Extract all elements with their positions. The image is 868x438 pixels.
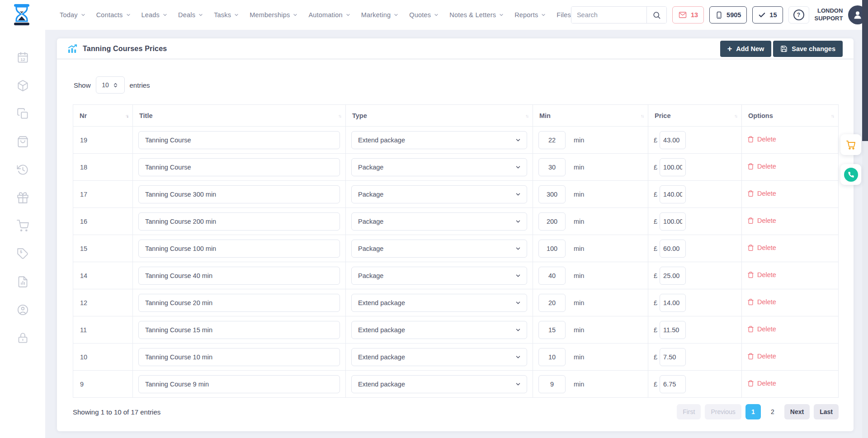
type-select[interactable]: Extend package: [351, 375, 527, 393]
delete-button[interactable]: Delete: [747, 136, 776, 143]
min-input[interactable]: [538, 321, 566, 339]
column-header-type[interactable]: Type↑↓: [346, 105, 533, 127]
type-select[interactable]: Package: [351, 267, 527, 285]
title-input[interactable]: [138, 348, 340, 366]
type-select[interactable]: Extend package: [351, 131, 527, 149]
nav-item-files[interactable]: Files: [557, 11, 571, 19]
report-icon[interactable]: [17, 276, 29, 288]
title-input[interactable]: [138, 267, 340, 285]
min-input[interactable]: [538, 158, 566, 176]
price-input[interactable]: [660, 348, 686, 366]
price-input[interactable]: [660, 375, 686, 393]
type-select[interactable]: Package: [351, 185, 527, 203]
price-input[interactable]: [660, 158, 686, 176]
search-input[interactable]: [571, 7, 646, 23]
price-input[interactable]: [660, 185, 686, 203]
column-header-nr[interactable]: Nr↑↓: [73, 105, 133, 127]
title-input[interactable]: [138, 212, 340, 231]
nav-item-tasks[interactable]: Tasks: [214, 11, 239, 19]
pagination-last[interactable]: Last: [814, 404, 839, 419]
nav-item-contacts[interactable]: Contacts: [96, 11, 131, 19]
delete-button[interactable]: Delete: [747, 190, 776, 197]
min-input[interactable]: [538, 348, 566, 366]
type-select[interactable]: Extend package: [351, 294, 527, 312]
title-input[interactable]: [138, 131, 340, 149]
delete-button[interactable]: Delete: [747, 244, 776, 251]
title-input[interactable]: [138, 321, 340, 339]
save-changes-button[interactable]: Save changes: [773, 41, 843, 57]
price-input[interactable]: [660, 240, 686, 258]
type-select[interactable]: Package: [351, 240, 527, 258]
sort-icon: ↑↓: [525, 113, 528, 118]
title-input[interactable]: [138, 158, 340, 176]
account-icon[interactable]: [17, 304, 29, 316]
copy-icon[interactable]: [17, 108, 29, 120]
search-button[interactable]: [646, 7, 666, 23]
title-input[interactable]: [138, 375, 340, 393]
min-input[interactable]: [538, 212, 566, 231]
delete-button[interactable]: Delete: [747, 271, 776, 278]
search-box: [571, 6, 667, 24]
scrollbar-thumb[interactable]: [862, 0, 868, 141]
title-input[interactable]: [138, 185, 340, 203]
nav-item-memberships[interactable]: Memberships: [250, 11, 298, 19]
min-input[interactable]: [538, 240, 566, 258]
table-row: 16 Package min £ Delete: [73, 208, 839, 235]
badge-phone-button[interactable]: 5905: [709, 6, 747, 24]
delete-button[interactable]: Delete: [747, 217, 776, 224]
nav-item-quotes[interactable]: Quotes: [409, 11, 439, 19]
nav-item-today[interactable]: Today: [60, 11, 86, 19]
price-tag-icon[interactable]: $: [17, 248, 29, 260]
price-input[interactable]: [660, 267, 686, 285]
delete-button[interactable]: Delete: [747, 380, 776, 387]
badge-check-button[interactable]: 15: [752, 6, 783, 24]
type-select[interactable]: Package: [351, 158, 527, 176]
calendar-12-icon[interactable]: 12: [17, 52, 29, 64]
cube-icon[interactable]: [17, 80, 29, 92]
column-header-title[interactable]: Title↑↓: [133, 105, 346, 127]
history-icon[interactable]: [17, 164, 29, 176]
bag-icon[interactable]: [17, 136, 29, 148]
min-input[interactable]: [538, 267, 566, 285]
nav-item-marketing[interactable]: Marketing: [361, 11, 399, 19]
type-select[interactable]: Extend package: [351, 348, 527, 366]
min-input[interactable]: [538, 185, 566, 203]
type-select[interactable]: Extend package: [351, 321, 527, 339]
delete-button[interactable]: Delete: [747, 325, 776, 333]
floating-phone-button[interactable]: [840, 164, 861, 185]
pagination-next[interactable]: Next: [784, 404, 810, 419]
delete-button[interactable]: Delete: [747, 353, 776, 360]
add-new-button[interactable]: + Add New: [720, 41, 772, 57]
app-logo-hourglass-icon[interactable]: [12, 4, 32, 26]
pagination-page-2[interactable]: 2: [765, 404, 780, 419]
price-input[interactable]: [660, 212, 686, 231]
pagination-page-1[interactable]: 1: [745, 404, 761, 419]
nav-item-notes-letters[interactable]: Notes & Letters: [449, 11, 504, 19]
delete-button[interactable]: Delete: [747, 163, 776, 170]
nav-item-leads[interactable]: Leads: [142, 11, 168, 19]
title-input[interactable]: [138, 240, 340, 258]
column-header-min[interactable]: Min↑↓: [533, 105, 648, 127]
min-input[interactable]: [538, 131, 566, 149]
column-header-price[interactable]: Price↑↓: [648, 105, 742, 127]
min-input[interactable]: [538, 294, 566, 312]
gift-icon[interactable]: [17, 192, 29, 204]
price-input[interactable]: [660, 294, 686, 312]
min-input[interactable]: [538, 375, 566, 393]
lock-icon[interactable]: [17, 332, 29, 344]
nav-item-automation[interactable]: Automation: [308, 11, 350, 19]
type-select[interactable]: Package: [351, 212, 527, 231]
title-input[interactable]: [138, 294, 340, 312]
page-size-select[interactable]: 10: [96, 76, 125, 94]
badge-envelope-button[interactable]: 13: [672, 6, 704, 24]
price-input[interactable]: [660, 131, 686, 149]
help-button[interactable]: ?: [788, 6, 809, 24]
cart-icon[interactable]: [17, 220, 29, 232]
nr-cell: 19: [73, 127, 133, 154]
column-header-options[interactable]: Options↑↓: [742, 105, 839, 127]
floating-cart-button[interactable]: [840, 134, 861, 155]
price-input[interactable]: [660, 321, 686, 339]
nav-item-deals[interactable]: Deals: [178, 11, 203, 19]
delete-button[interactable]: Delete: [747, 298, 776, 306]
nav-item-reports[interactable]: Reports: [514, 11, 546, 19]
